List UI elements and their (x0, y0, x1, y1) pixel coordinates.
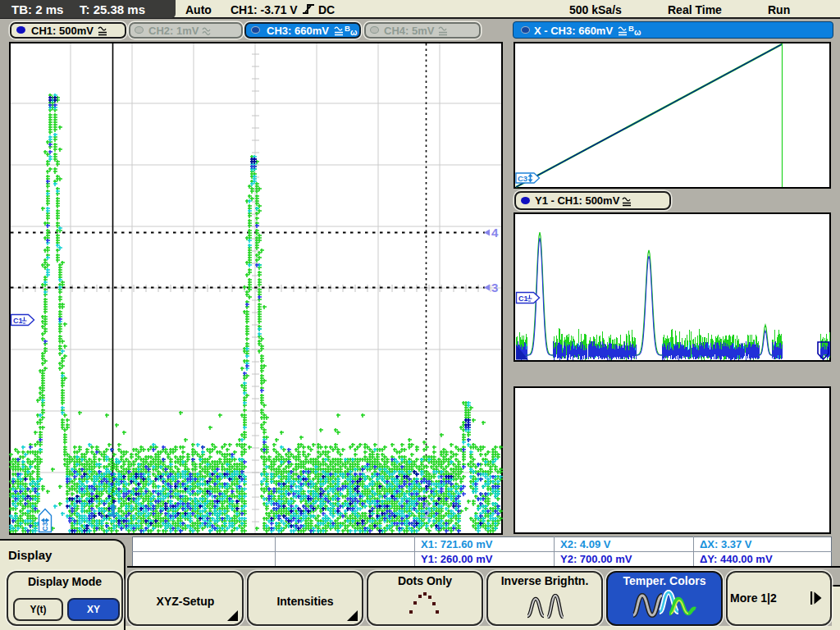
svg-text:C1: C1 (518, 294, 528, 303)
svg-text:3: 3 (491, 281, 498, 294)
svg-text:2: 2 (423, 508, 430, 521)
svg-text:C1: C1 (13, 317, 23, 325)
svg-text:4: 4 (491, 226, 499, 240)
svg-text:C3: C3 (41, 522, 49, 531)
svg-text:C3: C3 (518, 174, 527, 183)
